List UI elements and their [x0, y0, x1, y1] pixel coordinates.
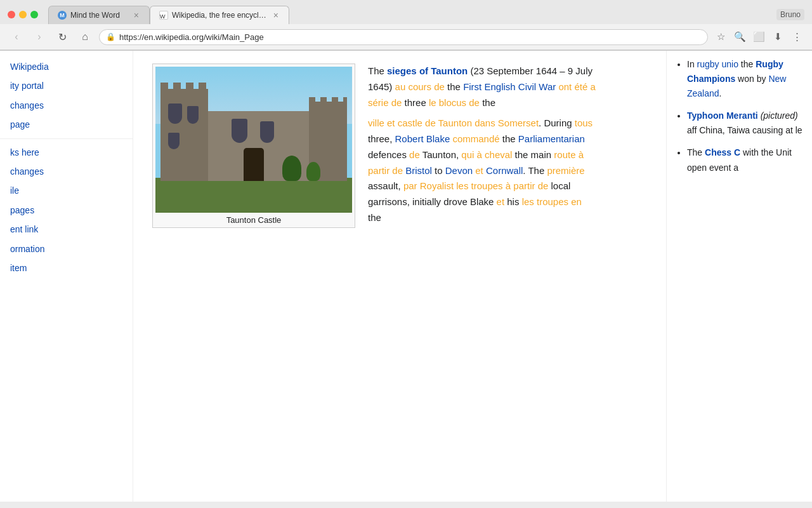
close-button[interactable]	[8, 11, 15, 18]
tab-close-mtw[interactable]: ×	[133, 10, 140, 20]
fr-de: de	[409, 149, 420, 160]
page-content: Wikipedia ity portal changes page ks her…	[0, 51, 812, 502]
browser-chrome: M Mind the Word × W Wikipedia, the free …	[0, 0, 812, 51]
maximize-button[interactable]	[30, 11, 38, 18]
tab-title-wiki: Wikipedia, the free encyclope...	[172, 11, 268, 20]
bristol-link[interactable]: Bristol	[405, 165, 432, 176]
main-content: Taunton Castle The sieges of Taunton (23…	[133, 51, 666, 502]
rugby-union-link[interactable]: rugby unio	[697, 59, 738, 69]
fr-premiere: première	[547, 165, 584, 176]
bookmark-icon[interactable]: ☆	[713, 29, 728, 44]
fr-qui-a-cheval: qui à cheval	[461, 149, 512, 160]
sidebar-item-item[interactable]: item	[0, 258, 133, 277]
sidebar-item-community-portal[interactable]: ity portal	[0, 76, 133, 95]
article-body: Taunton Castle The sieges of Taunton (23…	[133, 51, 615, 239]
reload-button[interactable]: ↻	[53, 28, 71, 46]
fr-ville-et: ville et castle de Taunton dans Somerset	[368, 117, 539, 128]
extensions-icon[interactable]: ⬜	[751, 29, 766, 44]
fr-le-blocus: le blocus de	[429, 97, 480, 108]
user-avatar: Bruno	[776, 9, 804, 20]
wiki-favicon: W	[159, 11, 168, 20]
cornwall-link[interactable]: Cornwall	[486, 165, 523, 176]
url-display: https://en.wikipedia.org/wiki/Main_Page	[119, 32, 701, 42]
tab-mind-the-word[interactable]: M Mind the Word ×	[48, 6, 150, 24]
right-sidebar-item-chess: The Chess C with the Unit open event a	[687, 145, 803, 175]
home-button[interactable]: ⌂	[76, 28, 94, 46]
title-bar: M Mind the Word × W Wikipedia, the free …	[0, 0, 812, 24]
castle-image-box: Taunton Castle	[152, 64, 355, 228]
back-button[interactable]: ‹	[8, 28, 25, 46]
fr-commande: commandé	[452, 133, 499, 144]
parliamentarian-link[interactable]: Parliamentarian	[518, 133, 585, 144]
mtw-favicon: M	[58, 11, 67, 20]
search-icon[interactable]: 🔍	[732, 29, 747, 44]
toolbar-right: ☆ 🔍 ⬜ ⬇ ⋮	[713, 29, 804, 44]
tab-wikipedia[interactable]: W Wikipedia, the free encyclope... ×	[150, 6, 289, 24]
typhoon-pictured: (pictured)	[761, 110, 798, 121]
download-icon[interactable]: ⬇	[770, 29, 785, 44]
castle-caption: Taunton Castle	[155, 215, 352, 225]
robert-blake-link[interactable]: Robert Blake	[395, 133, 450, 144]
new-tab-area[interactable]	[289, 5, 315, 24]
tab-bar: M Mind the Word × W Wikipedia, the free …	[48, 5, 315, 24]
address-bar[interactable]: 🔒 https://en.wikipedia.org/wiki/Main_Pag…	[99, 29, 708, 45]
menu-icon[interactable]: ⋮	[789, 29, 804, 44]
sidebar-item-ks-here[interactable]: ks here	[0, 143, 133, 162]
sidebar-item-changes[interactable]: changes	[0, 96, 133, 115]
right-sidebar-item-typhoon: Typhoon Meranti (pictured) aff China, Ta…	[687, 109, 803, 138]
right-sidebar: In rugby unio the Rugby Champions won by…	[666, 51, 812, 502]
window-controls	[8, 11, 38, 18]
fr-et2: et	[497, 196, 505, 207]
sidebar-item-pages[interactable]: pages	[0, 201, 133, 220]
right-sidebar-list: In rugby unio the Rugby Champions won by…	[676, 57, 803, 175]
sidebar-item-changes2[interactable]: changes	[0, 162, 133, 181]
sidebar-item-ile[interactable]: ile	[0, 181, 133, 200]
typhoon-meranti-link[interactable]: Typhoon Meranti	[687, 110, 758, 121]
left-sidebar: Wikipedia ity portal changes page ks her…	[0, 51, 133, 502]
toolbar: ‹ › ↻ ⌂ 🔒 https://en.wikipedia.org/wiki/…	[0, 24, 812, 50]
sidebar-item-ormation[interactable]: ormation	[0, 239, 133, 258]
fr-tous: tous	[575, 117, 593, 128]
sidebar-item-wikipedia[interactable]: Wikipedia	[0, 57, 133, 76]
chess-link[interactable]: Chess C	[705, 147, 740, 157]
fr-et: et	[475, 165, 483, 176]
devon-link[interactable]: Devon	[445, 165, 473, 176]
civil-war-link[interactable]: First English Civil War	[463, 81, 556, 92]
minimize-button[interactable]	[19, 11, 27, 18]
forward-button[interactable]: ›	[30, 28, 48, 46]
fr-les-troupes: les troupes en	[522, 196, 582, 207]
sieges-link[interactable]: sieges of Taunton	[387, 65, 468, 76]
fr-par-royalist: par Royalist les troupes à partir de	[403, 180, 548, 191]
right-sidebar-item-rugby: In rugby unio the Rugby Champions won by…	[687, 57, 803, 101]
tab-close-wiki[interactable]: ×	[272, 10, 280, 20]
sidebar-item-ent-link[interactable]: ent link	[0, 220, 133, 239]
sidebar-divider	[0, 138, 133, 139]
fr-au-cours: au cours de	[395, 81, 445, 92]
tab-title-mtw: Mind the Word	[70, 11, 129, 20]
castle-image	[155, 67, 352, 213]
sidebar-item-page[interactable]: page	[0, 115, 133, 134]
secure-icon: 🔒	[106, 32, 115, 41]
